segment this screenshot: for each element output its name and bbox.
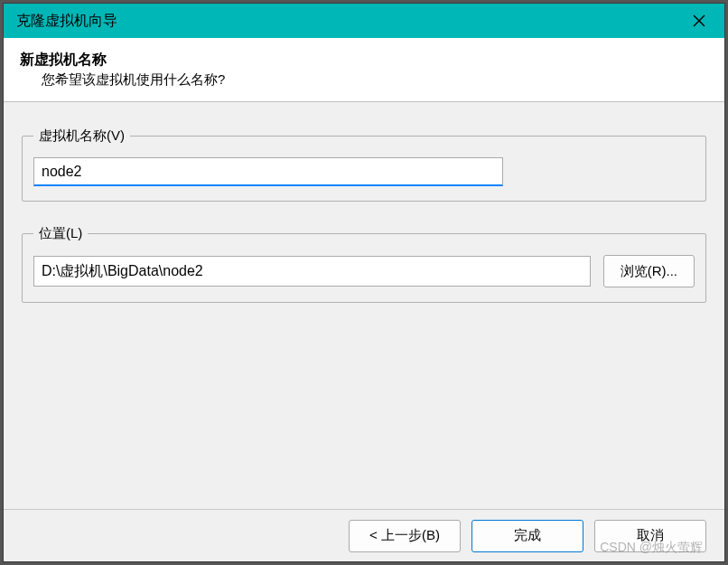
wizard-header: 新虚拟机名称 您希望该虚拟机使用什么名称? (4, 38, 724, 102)
vm-name-input[interactable] (33, 157, 503, 186)
vm-location-input[interactable] (33, 256, 591, 287)
close-button[interactable] (681, 7, 717, 34)
back-button[interactable]: < 上一步(B) (349, 520, 461, 552)
titlebar: 克隆虚拟机向导 (4, 4, 724, 38)
vm-location-group: 位置(L) 浏览(R)... (22, 225, 706, 303)
wizard-step-subtitle: 您希望该虚拟机使用什么名称? (20, 71, 708, 89)
dialog-window: 克隆虚拟机向导 新虚拟机名称 您希望该虚拟机使用什么名称? 虚拟机名称(V) 位… (3, 3, 725, 562)
browse-button[interactable]: 浏览(R)... (603, 255, 695, 287)
wizard-footer: < 上一步(B) 完成 取消 (4, 509, 724, 561)
vm-location-label: 位置(L) (33, 225, 88, 242)
wizard-body: 虚拟机名称(V) 位置(L) 浏览(R)... (4, 102, 724, 509)
close-icon (693, 14, 705, 27)
location-row: 浏览(R)... (33, 255, 695, 287)
window-title: 克隆虚拟机向导 (16, 12, 117, 31)
finish-button[interactable]: 完成 (471, 520, 583, 552)
vm-name-group: 虚拟机名称(V) (22, 127, 706, 202)
wizard-step-title: 新虚拟机名称 (20, 51, 708, 70)
cancel-button[interactable]: 取消 (594, 520, 706, 552)
vm-name-label: 虚拟机名称(V) (33, 127, 130, 145)
